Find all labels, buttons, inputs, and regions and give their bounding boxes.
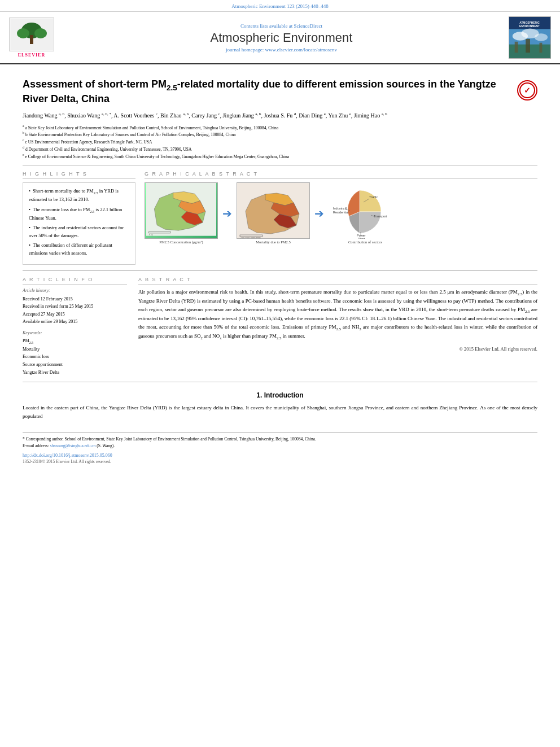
divider-3 bbox=[23, 382, 537, 382]
footnote-corresponding: * Corresponding author. School of Enviro… bbox=[23, 436, 537, 443]
svg-text:Transport: Transport bbox=[374, 215, 387, 218]
svg-rect-14 bbox=[526, 39, 530, 53]
keyword-yangtze: Yangtze River Delta bbox=[23, 370, 59, 375]
ga-pie-item: Traffic Transport Industry & Residential… bbox=[329, 182, 402, 244]
footnote-area: * Corresponding author. School of Enviro… bbox=[23, 432, 537, 464]
authors-list: Jiandong Wang a, b, Shuxiao Wang a, b, *… bbox=[23, 111, 537, 120]
svg-text:✓: ✓ bbox=[524, 86, 531, 95]
introduction-section: 1. Introduction Located in the eastern p… bbox=[23, 391, 537, 421]
svg-point-11 bbox=[535, 33, 548, 41]
graphical-abstract-content: ≡ 22 PM2.5 Concentration (μg/m³) ➔ bbox=[145, 182, 537, 244]
article-info-abstract-section: A R T I C L E I N F O Article history: R… bbox=[23, 277, 537, 377]
elsevier-logo: ELSEVIER bbox=[9, 18, 54, 58]
elsevier-text: ELSEVIER bbox=[18, 53, 45, 58]
svg-text:≡360 2560 1000~8000: ≡360 2560 1000~8000 bbox=[240, 237, 260, 239]
highlight-item-2: The economic loss due to PM2.5 is 22.1 b… bbox=[29, 206, 129, 222]
svg-text:ENVIRONMENT: ENVIRONMENT bbox=[519, 25, 540, 28]
issn-line: 1352-2310/© 2015 Elsevier Ltd. All right… bbox=[23, 459, 537, 464]
affiliations: a a State Key Joint Laboratory of Enviro… bbox=[23, 124, 537, 160]
homepage-line: journal homepage: www.elsevier.com/locat… bbox=[54, 47, 509, 53]
doi-link[interactable]: http://dx.doi.org/10.1016/j.atmosenv.201… bbox=[23, 453, 537, 458]
article-info-column: A R T I C L E I N F O Article history: R… bbox=[23, 277, 127, 377]
svg-text:Traffic: Traffic bbox=[369, 195, 378, 199]
ga-map2-item: ≡360 2560 1000~8000 Mortality due to PM2… bbox=[237, 182, 310, 244]
highlights-box: Short-term mortality due to PM2.5 in YRD… bbox=[23, 182, 135, 264]
ga-arrow2: ➔ bbox=[314, 207, 324, 220]
received-date: Received 12 February 2015 bbox=[23, 296, 73, 302]
graphical-abstract-label: G R A P H I C A L A B S T R A C T bbox=[145, 171, 537, 179]
svg-point-4 bbox=[34, 28, 47, 38]
contents-line: Contents lists available at ScienceDirec… bbox=[54, 23, 509, 29]
journal-header-center: Contents lists available at ScienceDirec… bbox=[54, 23, 509, 53]
journal-cover-image: ATMOSPHERIC ENVIRONMENT bbox=[509, 16, 551, 59]
citation-text: Atmospheric Environment 123 (2015) 440–4… bbox=[231, 3, 328, 9]
divider-1 bbox=[23, 165, 537, 165]
highlight-item-1: Short-term mortality due to PM2.5 in YRD… bbox=[29, 187, 129, 203]
crossmark-icon[interactable]: ✓ bbox=[517, 80, 537, 101]
svg-text:Residential: Residential bbox=[333, 211, 348, 214]
abstract-column: A B S T R A C T Air pollution is a major… bbox=[138, 277, 537, 377]
sciencedirect-link[interactable]: ScienceDirect bbox=[294, 23, 322, 29]
ga-map1-item: ≡ 22 PM2.5 Concentration (μg/m³) bbox=[145, 182, 218, 244]
svg-rect-15 bbox=[540, 43, 542, 53]
ga-arrow1: ➔ bbox=[222, 207, 232, 220]
journal-header: ELSEVIER Contents lists available at Sci… bbox=[0, 12, 560, 64]
highlight-item-3: The industry and residential sectors acc… bbox=[29, 224, 129, 239]
highlight-item-4: The contribution of different air pollut… bbox=[29, 242, 129, 257]
ga-map2-caption: Mortality due to PM2.5 bbox=[256, 240, 290, 244]
svg-text:Plant: Plant bbox=[358, 237, 365, 239]
svg-point-3 bbox=[17, 28, 29, 38]
article-dates: Received 12 February 2015 Received in re… bbox=[23, 295, 127, 326]
ga-pie-chart: Traffic Transport Industry & Residential… bbox=[329, 182, 402, 239]
svg-rect-2 bbox=[30, 35, 33, 44]
introduction-text: Located in the eastern part of China, th… bbox=[23, 404, 537, 421]
journal-name: Atmospheric Environment bbox=[54, 30, 509, 45]
main-content: Assessment of short-term PM2.5-related m… bbox=[0, 64, 560, 470]
graphical-abstract-column: G R A P H I C A L A B S T R A C T bbox=[145, 171, 537, 264]
elsevier-logo-image bbox=[9, 18, 54, 51]
abstract-text: Air pollution is a major environmental r… bbox=[138, 288, 537, 342]
highlights-label: H I G H L I G H T S bbox=[23, 171, 135, 179]
svg-text:Industry &: Industry & bbox=[333, 207, 347, 210]
keyword-economic: Economic loss bbox=[23, 354, 49, 359]
keywords-list: PM2.5 Mortality Economic loss Source app… bbox=[23, 337, 127, 376]
revised-date: Received in revised form 25 May 2015 bbox=[23, 304, 93, 309]
available-date: Available online 29 May 2015 bbox=[23, 319, 77, 324]
ga-map1-caption: PM2.5 Concentration (μg/m³) bbox=[159, 240, 203, 244]
article-info-label: A R T I C L E I N F O bbox=[23, 277, 127, 285]
highlights-list: Short-term mortality due to PM2.5 in YRD… bbox=[29, 187, 129, 257]
email-link[interactable]: shxwang@tsinghua.edu.cn bbox=[50, 443, 96, 448]
ga-pie-caption: Contribution of sectors bbox=[348, 240, 382, 244]
keyword-source: Source apportionment bbox=[23, 362, 63, 367]
footnote-email: E-mail address: shxwang@tsinghua.edu.cn … bbox=[23, 443, 537, 449]
highlights-graphical-section: H I G H L I G H T S Short-term mortality… bbox=[23, 171, 537, 264]
keyword-mortality: Mortality bbox=[23, 347, 40, 352]
keywords-label: Keywords: bbox=[23, 330, 127, 335]
article-title: Assessment of short-term PM2.5-related m… bbox=[23, 78, 517, 106]
svg-text:ATMOSPHERIC: ATMOSPHERIC bbox=[519, 21, 540, 24]
highlights-column: H I G H L I G H T S Short-term mortality… bbox=[23, 171, 135, 264]
ga-map2: ≡360 2560 1000~8000 bbox=[237, 182, 310, 239]
homepage-link[interactable]: www.elsevier.com/locate/atmosenv bbox=[265, 47, 337, 53]
ga-map1: ≡ 22 bbox=[145, 182, 218, 239]
section-number: 1. Introduction bbox=[23, 391, 537, 399]
article-title-section: Assessment of short-term PM2.5-related m… bbox=[23, 78, 537, 106]
svg-rect-13 bbox=[515, 42, 518, 53]
copyright-line: © 2015 Elsevier Ltd. All rights reserved… bbox=[138, 346, 537, 352]
citation-bar: Atmospheric Environment 123 (2015) 440–4… bbox=[0, 0, 560, 12]
divider-2 bbox=[23, 270, 537, 271]
svg-text:≡ 22: ≡ 22 bbox=[149, 234, 153, 236]
article-history-label: Article history: bbox=[23, 288, 127, 293]
accepted-date: Accepted 27 May 2015 bbox=[23, 312, 65, 317]
abstract-section-label: A B S T R A C T bbox=[138, 277, 537, 285]
